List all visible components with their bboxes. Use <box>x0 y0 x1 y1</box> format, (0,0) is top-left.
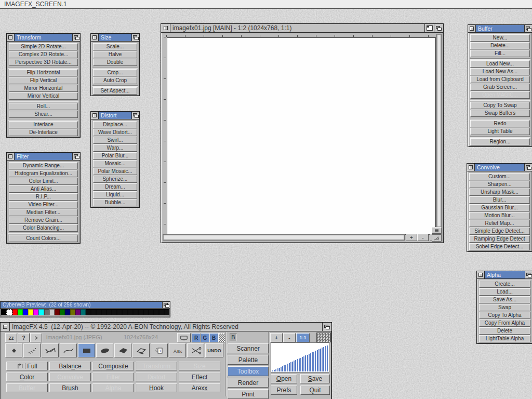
transform-panel-titlebar[interactable]: Transform <box>7 34 80 42</box>
depth-gadget-icon[interactable] <box>322 323 331 331</box>
toolbox-titlebar[interactable]: ImageFX 4.5 (12-Apr-20) -- © 1992-2020 A… <box>1 323 331 331</box>
size-auto-crop-button[interactable]: Auto Crop <box>93 77 137 84</box>
transform-mirror-horizontal-button[interactable]: Mirror Horizontal <box>9 85 78 92</box>
filter-color-limit-button[interactable]: Color Limit... <box>9 178 78 185</box>
quit-button[interactable]: Quit <box>300 385 330 395</box>
buffer-region-button[interactable]: Region... <box>470 138 530 145</box>
alpha-load-button[interactable]: Load... <box>479 288 530 296</box>
palette-swatch-28[interactable] <box>149 309 154 315</box>
size-set-aspect-button[interactable]: Set Aspect... <box>93 87 137 95</box>
convolve-relief-map-button[interactable]: Relief Map... <box>469 220 530 227</box>
alpha-lighttable-alpha-button[interactable]: LightTable Alpha <box>479 335 530 342</box>
palette-swatch-11[interactable] <box>60 309 65 315</box>
undo-button[interactable]: UNDO <box>205 343 223 357</box>
open-button[interactable]: Open <box>271 374 297 383</box>
close-icon[interactable] <box>7 153 15 160</box>
palette-swatch-7[interactable] <box>38 309 44 315</box>
transform-interlace-button[interactable]: Interlace <box>9 121 78 128</box>
filter-median-filter-button[interactable]: Median Filter... <box>9 209 78 216</box>
distort-swirl-button[interactable]: Swirl... <box>93 137 137 144</box>
curve-tool[interactable] <box>60 343 77 357</box>
alpha-copy-from-alpha-button[interactable]: Copy From Alpha <box>479 320 530 327</box>
zoom-in-button[interactable]: + <box>270 333 283 342</box>
render-button[interactable]: Render <box>228 378 269 388</box>
buffer-copy-to-swap-button[interactable]: Copy To Swap <box>470 102 530 109</box>
palette-swatch-15[interactable] <box>81 309 86 315</box>
brush-page-tool[interactable]: 1 <box>151 343 168 357</box>
convolve-gaussian-blur-button[interactable]: Gaussian Blur... <box>469 204 530 211</box>
size-double-button[interactable]: Double <box>93 59 137 66</box>
transform-perspective-3d-rotate-button[interactable]: Perspective 3D Rotate... <box>9 59 78 66</box>
palette-swatch-3[interactable] <box>18 309 23 315</box>
distort-bubble-button[interactable]: Bubble... <box>93 199 137 206</box>
composite-button[interactable]: Composite <box>92 362 134 370</box>
distort-warp-button[interactable]: Warp... <box>93 144 137 152</box>
dither-pattern-swatch[interactable] <box>316 332 331 342</box>
distort-wave-distort-button[interactable]: Wave Distort... <box>93 129 137 136</box>
alpha-swap-button[interactable]: Swap <box>479 304 530 311</box>
size-crop-button[interactable]: Crop... <box>93 69 137 76</box>
horizontal-scrollbar[interactable] <box>163 234 405 241</box>
red-channel-button[interactable]: R <box>192 333 201 342</box>
convolve-motion-blur-button[interactable]: Motion Blur... <box>469 212 530 219</box>
transform-flip-horizontal-button[interactable]: Flip Horizontal <box>9 69 78 76</box>
save-button[interactable]: Save <box>300 374 330 383</box>
palette-swatch-16[interactable] <box>86 309 91 315</box>
close-icon[interactable] <box>1 323 10 331</box>
point-tool[interactable] <box>5 343 22 357</box>
palette-swatch-31[interactable] <box>164 309 169 315</box>
buffer-swap-buffers-button[interactable]: Swap Buffers <box>470 110 530 117</box>
zoom-gadget-icon[interactable] <box>424 24 434 32</box>
rectangle-tool[interactable] <box>78 343 95 357</box>
filter-panel-titlebar[interactable]: Filter <box>7 153 80 161</box>
convolve-ramping-edge-detect-button[interactable]: Ramping Edge Detect <box>469 235 530 243</box>
line-tool[interactable] <box>42 343 59 357</box>
filter-r-i-p-button[interactable]: R.I.P... <box>9 193 78 201</box>
close-icon[interactable] <box>468 25 476 32</box>
alpha-create-button[interactable]: Create... <box>479 281 530 288</box>
depth-gadget-icon[interactable] <box>524 25 532 32</box>
palette-swatch-14[interactable] <box>75 309 81 315</box>
depth-gadget-icon[interactable] <box>72 153 80 160</box>
palette-swatch-29[interactable] <box>154 309 159 315</box>
freehand-tool[interactable] <box>132 343 150 357</box>
palette-swatch-6[interactable] <box>33 309 38 315</box>
palette-swatch-8[interactable] <box>44 309 49 315</box>
buffer-delete-button[interactable]: Delete... <box>470 42 530 49</box>
palette-swatch-22[interactable] <box>117 309 122 315</box>
arexx-button[interactable]: Arexx <box>179 383 220 392</box>
transform-mirror-vertical-button[interactable]: Mirror Vertical <box>9 92 78 100</box>
alpha-copy-to-alpha-button[interactable]: Copy To Alpha <box>479 312 530 319</box>
zoom-in-button[interactable]: + <box>406 234 417 241</box>
transform-roll-button[interactable]: Roll... <box>9 103 78 110</box>
scroll-options-button[interactable] <box>432 227 442 234</box>
palette-swatch-30[interactable] <box>159 309 164 315</box>
sleep-button[interactable]: zz <box>5 333 17 342</box>
depth-gadget-icon[interactable] <box>162 302 170 308</box>
close-icon[interactable] <box>467 164 475 171</box>
image-canvas[interactable] <box>167 37 436 235</box>
palette-swatch-23[interactable] <box>122 309 127 315</box>
size-scale-button[interactable]: Scale... <box>93 43 137 50</box>
distort-dream-button[interactable]: Dream... <box>93 183 137 191</box>
palette-swatch-25[interactable] <box>133 309 138 315</box>
full-button[interactable]: Full <box>6 362 48 370</box>
screen-title-bar[interactable]: IMAGEFX_SCREEN.1 <box>0 0 532 9</box>
buffer-load-from-clipboard-button[interactable]: Load from Clipboard <box>470 76 530 83</box>
buffer-grab-screen-button[interactable]: Grab Screen... <box>470 84 530 91</box>
palette-swatch-27[interactable] <box>143 309 149 315</box>
buffer-load-new-button[interactable]: Load New... <box>470 60 530 68</box>
palette-swatch-10[interactable] <box>55 309 60 315</box>
palette-swatch-5[interactable] <box>28 309 33 315</box>
buffer-redo-button[interactable]: Redo <box>470 120 530 127</box>
distort-panel-titlebar[interactable]: Distort <box>91 112 139 119</box>
palette-swatch-24[interactable] <box>128 309 133 315</box>
palette-swatch-20[interactable] <box>107 309 112 315</box>
distort-mosaic-button[interactable]: Mosaic... <box>93 160 137 167</box>
transform-complex-2d-rotate-button[interactable]: Complex 2D Rotate... <box>9 51 78 58</box>
depth-gadget-icon[interactable] <box>131 112 139 119</box>
alpha-delete-button[interactable]: Delete <box>479 327 530 335</box>
depth-gadget-icon[interactable] <box>525 271 532 278</box>
convolve-simple-edge-detect-button[interactable]: Simple Edge Detect... <box>469 228 530 235</box>
zoom-ratio-button[interactable]: 1:1 <box>296 333 310 342</box>
